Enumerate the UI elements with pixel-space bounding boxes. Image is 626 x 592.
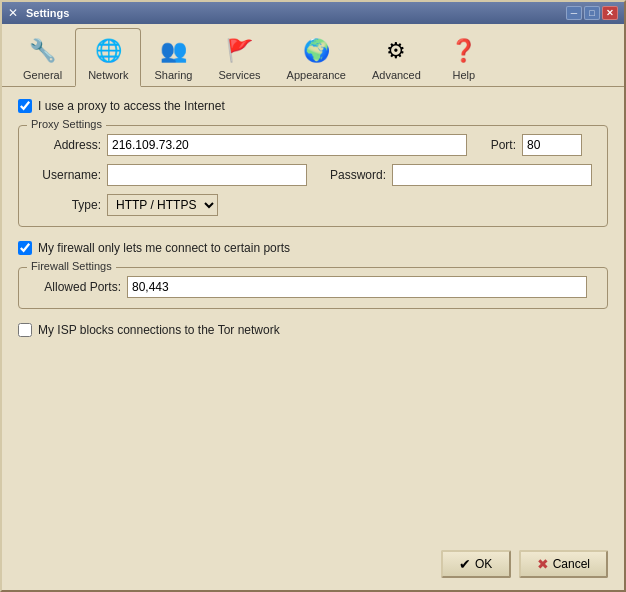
allowed-ports-label: Allowed Ports: (31, 280, 121, 294)
appearance-icon: 🌍 (300, 35, 332, 67)
cancel-button[interactable]: ✖ Cancel (519, 550, 608, 578)
ok-icon: ✔ (459, 556, 471, 572)
ok-button[interactable]: ✔ OK (441, 550, 511, 578)
proxy-group-title: Proxy Settings (27, 118, 106, 130)
services-icon: 🚩 (224, 35, 256, 67)
address-input[interactable] (107, 134, 467, 156)
firewall-group-title: Firewall Settings (27, 260, 116, 272)
firewall-checkbox-row: My firewall only lets me connect to cert… (18, 241, 608, 255)
tab-general[interactable]: 🔧 General (10, 28, 75, 86)
tab-sharing[interactable]: 👥 Sharing (141, 28, 205, 86)
tab-advanced-label: Advanced (372, 69, 421, 81)
maximize-button[interactable]: □ (584, 6, 600, 20)
network-icon: 🌐 (92, 35, 124, 67)
tab-general-label: General (23, 69, 62, 81)
username-input[interactable] (107, 164, 307, 186)
help-icon: ❓ (448, 35, 480, 67)
tab-bar: 🔧 General 🌐 Network 👥 Sharing 🚩 Services… (2, 24, 624, 87)
firewall-settings-group: Firewall Settings Allowed Ports: (18, 267, 608, 309)
username-label: Username: (31, 168, 101, 182)
password-input[interactable] (392, 164, 592, 186)
cancel-icon: ✖ (537, 556, 549, 572)
firewall-checkbox[interactable] (18, 241, 32, 255)
isp-checkbox[interactable] (18, 323, 32, 337)
footer: ✔ OK ✖ Cancel (2, 542, 624, 590)
window-title: Settings (26, 7, 69, 19)
window-icon: ✕ (8, 6, 22, 20)
allowed-ports-row: Allowed Ports: (31, 276, 595, 298)
tab-appearance-label: Appearance (287, 69, 346, 81)
titlebar: ✕ Settings ─ □ ✕ (2, 2, 624, 24)
titlebar-left: ✕ Settings (8, 6, 69, 20)
titlebar-buttons: ─ □ ✕ (566, 6, 618, 20)
minimize-button[interactable]: ─ (566, 6, 582, 20)
type-row: Type: HTTP / HTTPS SOCKS 4 SOCKS 5 (31, 194, 595, 216)
isp-checkbox-row: My ISP blocks connections to the Tor net… (18, 323, 608, 337)
proxy-checkbox-label[interactable]: I use a proxy to access the Internet (38, 99, 225, 113)
ok-label: OK (475, 557, 492, 571)
proxy-checkbox-row: I use a proxy to access the Internet (18, 99, 608, 113)
close-button[interactable]: ✕ (602, 6, 618, 20)
cancel-label: Cancel (553, 557, 590, 571)
sharing-icon: 👥 (157, 35, 189, 67)
tab-services-label: Services (218, 69, 260, 81)
port-label: Port: (481, 138, 516, 152)
firewall-checkbox-label[interactable]: My firewall only lets me connect to cert… (38, 241, 290, 255)
tab-services[interactable]: 🚩 Services (205, 28, 273, 86)
address-row: Address: Port: (31, 134, 595, 156)
network-content: I use a proxy to access the Internet Pro… (2, 87, 624, 542)
address-label: Address: (31, 138, 101, 152)
tab-help-label: Help (453, 69, 476, 81)
tab-network[interactable]: 🌐 Network (75, 28, 141, 87)
password-label: Password: (321, 168, 386, 182)
advanced-icon: ⚙ (380, 35, 412, 67)
isp-checkbox-label[interactable]: My ISP blocks connections to the Tor net… (38, 323, 280, 337)
type-label: Type: (31, 198, 101, 212)
tab-sharing-label: Sharing (154, 69, 192, 81)
tab-help[interactable]: ❓ Help (434, 28, 494, 86)
tab-advanced[interactable]: ⚙ Advanced (359, 28, 434, 86)
type-select[interactable]: HTTP / HTTPS SOCKS 4 SOCKS 5 (107, 194, 218, 216)
allowed-ports-input[interactable] (127, 276, 587, 298)
settings-window: ✕ Settings ─ □ ✕ 🔧 General 🌐 Network 👥 S… (0, 0, 626, 592)
tab-network-label: Network (88, 69, 128, 81)
general-icon: 🔧 (27, 35, 59, 67)
proxy-settings-group: Proxy Settings Address: Port: Username: … (18, 125, 608, 227)
proxy-checkbox[interactable] (18, 99, 32, 113)
tab-appearance[interactable]: 🌍 Appearance (274, 28, 359, 86)
port-input[interactable] (522, 134, 582, 156)
credentials-row: Username: Password: (31, 164, 595, 186)
